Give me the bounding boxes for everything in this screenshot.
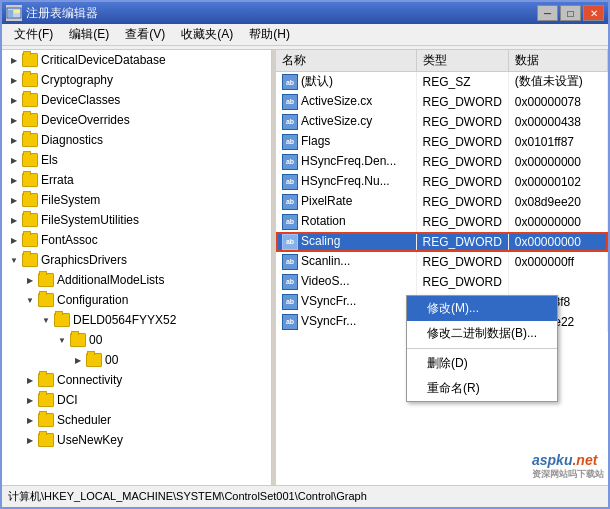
- table-row[interactable]: ab(默认)REG_SZ(数值未设置): [276, 72, 608, 92]
- tree-item-deld0564[interactable]: ▼DELD0564FYYX52: [2, 310, 271, 330]
- expand-icon-errata[interactable]: ▶: [6, 172, 22, 188]
- maximize-button[interactable]: □: [560, 5, 581, 21]
- table-row[interactable]: abRotationREG_DWORD0x00000000: [276, 212, 608, 232]
- tree-item-00_1[interactable]: ▼00: [2, 330, 271, 350]
- tree-label-usenewkey: UseNewKey: [57, 433, 271, 447]
- reg-type-icon: ab: [282, 114, 298, 130]
- folder-icon-filesystem: [22, 193, 38, 207]
- reg-name-cell: abVSyncFr...: [276, 312, 416, 332]
- tree-label-filesystem: FileSystem: [41, 193, 271, 207]
- context-menu-item-delete[interactable]: 删除(D): [407, 351, 557, 376]
- expand-icon-connectivity[interactable]: ▶: [22, 372, 38, 388]
- table-row[interactable]: abScalingREG_DWORD0x00000000: [276, 232, 608, 252]
- tree-label-deviceoverrides: DeviceOverrides: [41, 113, 271, 127]
- reg-type-cell: REG_DWORD: [416, 212, 508, 232]
- folder-icon-configuration: [38, 293, 54, 307]
- tree-item-els[interactable]: ▶Els: [2, 150, 271, 170]
- reg-name-cell: abVideoS...: [276, 272, 416, 292]
- tree-item-configuration[interactable]: ▼Configuration: [2, 290, 271, 310]
- tree-item-00_2[interactable]: ▶00: [2, 350, 271, 370]
- menu-item-v[interactable]: 查看(V): [117, 24, 173, 45]
- tree-label-graphicsdrivers: GraphicsDrivers: [41, 253, 271, 267]
- tree-item-dci[interactable]: ▶DCI: [2, 390, 271, 410]
- expand-icon-00_1[interactable]: ▼: [54, 332, 70, 348]
- expand-icon-filesystem[interactable]: ▶: [6, 192, 22, 208]
- reg-type-icon: ab: [282, 274, 298, 290]
- expand-icon-dci[interactable]: ▶: [22, 392, 38, 408]
- expand-icon-deld0564[interactable]: ▼: [38, 312, 54, 328]
- menu-item-f[interactable]: 文件(F): [6, 24, 61, 45]
- expand-icon-scheduler[interactable]: ▶: [22, 412, 38, 428]
- reg-type-icon: ab: [282, 254, 298, 270]
- expand-icon-additionalmode[interactable]: ▶: [22, 272, 38, 288]
- reg-data-cell: 0x00000438: [508, 112, 607, 132]
- tree-label-criticaldevice: CriticalDeviceDatabase: [41, 53, 271, 67]
- tree-item-usenewkey[interactable]: ▶UseNewKey: [2, 430, 271, 450]
- expand-icon-graphicsdrivers[interactable]: ▼: [6, 252, 22, 268]
- reg-type-icon: ab: [282, 174, 298, 190]
- menu-bar: 文件(F)编辑(E)查看(V)收藏夹(A)帮助(H): [2, 24, 608, 46]
- tree-item-errata[interactable]: ▶Errata: [2, 170, 271, 190]
- reg-data-cell: 0x00000000: [508, 232, 607, 252]
- watermark-text1: aspku: [532, 452, 572, 468]
- table-row[interactable]: abHSyncFreq.Nu...REG_DWORD0x00000102: [276, 172, 608, 192]
- table-row[interactable]: abFlagsREG_DWORD0x0101ff87: [276, 132, 608, 152]
- tree-item-diagnostics[interactable]: ▶Diagnostics: [2, 130, 271, 150]
- expand-icon-filesystemutils[interactable]: ▶: [6, 212, 22, 228]
- tree-item-criticaldevice[interactable]: ▶CriticalDeviceDatabase: [2, 50, 271, 70]
- reg-data-cell: 0x00000102: [508, 172, 607, 192]
- table-row[interactable]: abVideoS...REG_DWORD: [276, 272, 608, 292]
- tree-item-deviceclasses[interactable]: ▶DeviceClasses: [2, 90, 271, 110]
- tree-item-additionalmode[interactable]: ▶AdditionalModeLists: [2, 270, 271, 290]
- table-row[interactable]: abHSyncFreq.Den...REG_DWORD0x00000000: [276, 152, 608, 172]
- menu-item-e[interactable]: 编辑(E): [61, 24, 117, 45]
- expand-icon-configuration[interactable]: ▼: [22, 292, 38, 308]
- expand-icon-diagnostics[interactable]: ▶: [6, 132, 22, 148]
- title-bar-buttons: ─ □ ✕: [537, 5, 604, 21]
- expand-icon-els[interactable]: ▶: [6, 152, 22, 168]
- status-bar: 计算机\HKEY_LOCAL_MACHINE\SYSTEM\ControlSet…: [2, 485, 608, 507]
- menu-item-h[interactable]: 帮助(H): [241, 24, 298, 45]
- close-button[interactable]: ✕: [583, 5, 604, 21]
- reg-type-icon: ab: [282, 134, 298, 150]
- left-panel[interactable]: ▶CriticalDeviceDatabase▶Cryptography▶Dev…: [2, 50, 272, 485]
- expand-icon-fontassoc[interactable]: ▶: [6, 232, 22, 248]
- context-menu-item-rename[interactable]: 重命名(R): [407, 376, 557, 401]
- expand-icon-cryptography[interactable]: ▶: [6, 72, 22, 88]
- tree-label-00_2: 00: [105, 353, 271, 367]
- tree-item-fontassoc[interactable]: ▶FontAssoc: [2, 230, 271, 250]
- expand-icon-criticaldevice[interactable]: ▶: [6, 52, 22, 68]
- menu-item-a[interactable]: 收藏夹(A): [173, 24, 241, 45]
- tree-item-connectivity[interactable]: ▶Connectivity: [2, 370, 271, 390]
- folder-icon-usenewkey: [38, 433, 54, 447]
- reg-name-cell: abHSyncFreq.Nu...: [276, 172, 416, 192]
- tree-item-deviceoverrides[interactable]: ▶DeviceOverrides: [2, 110, 271, 130]
- context-menu-item-modify[interactable]: 修改(M)...: [407, 296, 557, 321]
- reg-data-cell: [508, 272, 607, 292]
- table-row[interactable]: abScanlin...REG_DWORD0x000000ff: [276, 252, 608, 272]
- tree-item-graphicsdrivers[interactable]: ▼GraphicsDrivers: [2, 250, 271, 270]
- reg-data-cell: 0x00000078: [508, 92, 607, 112]
- expand-icon-deviceclasses[interactable]: ▶: [6, 92, 22, 108]
- title-bar: 注册表编辑器 ─ □ ✕: [2, 2, 608, 24]
- expand-icon-00_2[interactable]: ▶: [70, 352, 86, 368]
- tree-item-filesystem[interactable]: ▶FileSystem: [2, 190, 271, 210]
- context-menu-item-modify_binary[interactable]: 修改二进制数据(B)...: [407, 321, 557, 346]
- expand-icon-deviceoverrides[interactable]: ▶: [6, 112, 22, 128]
- tree-item-scheduler[interactable]: ▶Scheduler: [2, 410, 271, 430]
- context-menu: 修改(M)...修改二进制数据(B)...删除(D)重命名(R): [406, 295, 558, 402]
- reg-type-cell: REG_SZ: [416, 72, 508, 92]
- expand-icon-usenewkey[interactable]: ▶: [22, 432, 38, 448]
- folder-icon-scheduler: [38, 413, 54, 427]
- tree-item-cryptography[interactable]: ▶Cryptography: [2, 70, 271, 90]
- reg-type-cell: REG_DWORD: [416, 252, 508, 272]
- folder-icon-deld0564: [54, 313, 70, 327]
- right-panel[interactable]: 名称 类型 数据 ab(默认)REG_SZ(数值未设置)abActiveSize…: [276, 50, 608, 485]
- table-row[interactable]: abActiveSize.cyREG_DWORD0x00000438: [276, 112, 608, 132]
- minimize-button[interactable]: ─: [537, 5, 558, 21]
- table-row[interactable]: abPixelRateREG_DWORD0x08d9ee20: [276, 192, 608, 212]
- folder-icon-diagnostics: [22, 133, 38, 147]
- tree-item-filesystemutils[interactable]: ▶FileSystemUtilities: [2, 210, 271, 230]
- reg-type-icon: ab: [282, 314, 298, 330]
- table-row[interactable]: abActiveSize.cxREG_DWORD0x00000078: [276, 92, 608, 112]
